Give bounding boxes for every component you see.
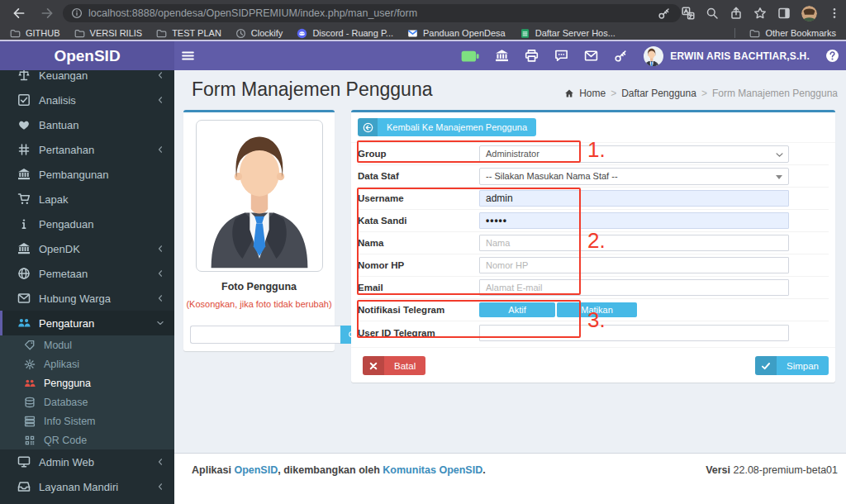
- desktop-icon: [17, 455, 31, 468]
- users-icon: [24, 378, 36, 389]
- sidebar-item-pengaturan[interactable]: Pengaturan: [0, 311, 174, 335]
- bookmark-discord[interactable]: Discord - Ruang P...: [297, 28, 393, 39]
- envelope-icon: [17, 292, 31, 305]
- sidebar-item-pengaduan[interactable]: Pengaduan: [0, 212, 174, 236]
- form-row-data-staf: Data Staf -- Silakan Masukan Nama Staf -…: [358, 165, 829, 188]
- bank-icon[interactable]: [495, 49, 509, 63]
- sidebar-item-layanan-mandiri[interactable]: Layanan Mandiri: [0, 474, 174, 499]
- sidebar-item-opendk[interactable]: OpenDK: [0, 236, 174, 261]
- sidebar-item-hubung-warga[interactable]: Hubung Warga: [0, 286, 174, 311]
- comment-icon[interactable]: [554, 49, 568, 63]
- browser-menu-icon[interactable]: [828, 7, 841, 20]
- bookmark-panduan-opendesa[interactable]: Panduan OpenDesa: [407, 28, 506, 39]
- folder-icon: [156, 28, 167, 39]
- sidebar-item-pertanahan[interactable]: Pertanahan: [0, 137, 174, 162]
- opensid-link[interactable]: OpenSID: [234, 464, 278, 476]
- bookmark-star-icon[interactable]: [753, 7, 767, 20]
- nama-input[interactable]: [479, 235, 789, 251]
- sidebar-toggle-icon[interactable]: [181, 49, 195, 63]
- form-row-password: Kata Sandi: [358, 210, 829, 232]
- username-input[interactable]: [479, 190, 789, 207]
- site-info-icon[interactable]: [71, 7, 83, 19]
- sidebar-item-pengguna[interactable]: Pengguna: [0, 373, 174, 392]
- url-path: :8888/opendesa/OpenSIDPREMIUM/index.php/…: [129, 7, 417, 19]
- chevron-left-icon: [156, 145, 164, 154]
- scales-icon: [17, 70, 31, 82]
- bookmark-clockify[interactable]: Clockify: [235, 28, 283, 39]
- user-form-panel: Kembali Ke Manajemen Pengguna Group Admi…: [351, 110, 835, 383]
- key-icon[interactable]: [614, 49, 628, 63]
- browser-toolbar: localhost:8888/opendesa/OpenSIDPREMIUM/i…: [0, 0, 846, 26]
- sidebar-item-admin-web[interactable]: Admin Web: [0, 449, 174, 474]
- nomor-hp-input[interactable]: [479, 257, 789, 273]
- sidebar-item-info-sistem[interactable]: Info Sistem: [0, 411, 174, 430]
- email-input[interactable]: [479, 279, 789, 296]
- browser-profile-avatar[interactable]: [801, 6, 817, 21]
- sidebar-item-qr-code[interactable]: QR Code: [0, 430, 174, 449]
- sidebar-item-aplikasi[interactable]: Aplikasi: [0, 354, 174, 373]
- divider: [734, 28, 735, 38]
- side-panel-icon[interactable]: [777, 7, 791, 20]
- password-input[interactable]: [479, 212, 789, 229]
- sidebar-item-label: Layanan Mandiri: [39, 481, 118, 493]
- bookmark-test-plan[interactable]: TEST PLAN: [156, 28, 221, 39]
- sidebar-item-modul[interactable]: Modul: [0, 335, 174, 354]
- share-icon[interactable]: [730, 7, 743, 20]
- address-bar[interactable]: localhost:8888/opendesa/OpenSIDPREMIUM/i…: [63, 4, 681, 22]
- breadcrumb: Home > Daftar Pengguna > Form Manajemen …: [564, 88, 838, 99]
- bookmark-github[interactable]: GITHUB: [10, 28, 60, 39]
- help-icon[interactable]: [825, 49, 839, 63]
- sidebar-item-analisis[interactable]: Analisis: [0, 88, 174, 112]
- zoom-icon[interactable]: [706, 7, 719, 20]
- clock-icon: [235, 28, 246, 39]
- photo-file-input[interactable]: [190, 326, 340, 344]
- komunitas-opensid-link[interactable]: Komunitas OpenSID: [383, 464, 482, 476]
- telegram-aktif-button[interactable]: Aktif: [479, 302, 555, 317]
- forward-icon[interactable]: [40, 6, 55, 21]
- group-select[interactable]: Administrator: [479, 145, 789, 163]
- translate-icon[interactable]: [682, 7, 695, 20]
- users-icon: [17, 316, 31, 330]
- sidebar-item-database[interactable]: Database: [0, 392, 174, 411]
- sidebar-item-lapak[interactable]: Lapak: [0, 187, 174, 212]
- page-title: Form Manajemen Pengguna: [192, 78, 433, 101]
- folder-icon: [74, 28, 85, 39]
- password-manager-icon[interactable]: [658, 7, 671, 20]
- bookmark-label: Panduan OpenDesa: [423, 28, 506, 38]
- back-button-label: Kembali Ke Manajemen Pengguna: [378, 118, 536, 136]
- bookmark-versi-rilis[interactable]: VERSI RILIS: [74, 28, 143, 39]
- cancel-button-label: Batal: [384, 356, 425, 375]
- bookmark-label: TEST PLAN: [172, 28, 221, 38]
- printer-icon[interactable]: [525, 49, 539, 63]
- field-label: Nomor HP: [358, 260, 479, 270]
- telegram-id-input[interactable]: [479, 325, 789, 341]
- chevron-left-icon: [156, 294, 164, 302]
- back-icon[interactable]: [12, 6, 26, 21]
- chevron-left-icon: [156, 71, 164, 79]
- form-row-nama: Nama: [358, 232, 829, 254]
- sidebar-item-label: Bantuan: [39, 119, 78, 131]
- breadcrumb-daftar-pengguna[interactable]: Daftar Pengguna: [621, 88, 696, 99]
- breadcrumb-home[interactable]: Home: [579, 88, 606, 99]
- sidebar-item-pemetaan[interactable]: Pemetaan: [0, 261, 174, 286]
- breadcrumb-current: Form Manajemen Pengguna: [712, 88, 838, 99]
- breadcrumb-separator: >: [701, 88, 707, 99]
- save-button[interactable]: Simpan: [755, 356, 829, 375]
- back-to-management-button[interactable]: Kembali Ke Manajemen Pengguna: [358, 118, 536, 136]
- other-bookmarks[interactable]: Other Bookmarks: [749, 28, 836, 39]
- sidebar-item-pembangunan[interactable]: Pembangunan: [0, 162, 174, 187]
- mail-icon[interactable]: [584, 49, 598, 63]
- battery-icon: [461, 50, 479, 61]
- user-name[interactable]: ERWIN ARIS BACHTIAR,S.H.: [670, 50, 810, 62]
- sidebar-item-keuangan[interactable]: Keuangan: [0, 70, 174, 88]
- folder-icon: [10, 28, 21, 39]
- cancel-button[interactable]: Batal: [363, 356, 425, 375]
- header-actions: ERWIN ARIS BACHTIAR,S.H.: [461, 41, 839, 70]
- sidebar-item-bantuan[interactable]: Bantuan: [0, 112, 174, 137]
- data-staf-select[interactable]: -- Silakan Masukan Nama Staf --: [479, 168, 789, 185]
- bookmark-daftar-server[interactable]: Daftar Server Hos...: [520, 28, 615, 39]
- telegram-matikan-button[interactable]: Matikan: [557, 302, 637, 317]
- user-avatar[interactable]: [644, 46, 663, 66]
- brand-logo[interactable]: OpenSID: [0, 41, 174, 70]
- field-label: Nama: [358, 238, 479, 248]
